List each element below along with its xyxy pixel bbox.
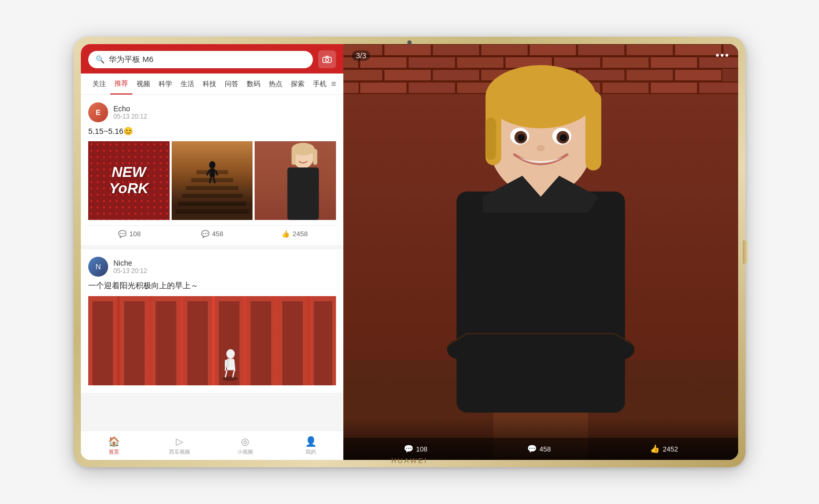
tablet-screen: 🔍 华为平板 M6 关注 推荐 视频 科学 生活 科技	[81, 44, 738, 460]
tablet-shell: HUAWEI 🔍 华为平板 M6 关注	[74, 37, 746, 467]
bottom-nav-home[interactable]: 🏠 首页	[81, 431, 146, 460]
user-row-2: N Niche 05-13 20:12	[88, 257, 336, 277]
nav-menu-icon[interactable]: ≡	[331, 79, 336, 89]
svg-rect-6	[186, 186, 238, 190]
stat-like-1[interactable]: 👍 2458	[254, 230, 336, 238]
home-label: 首页	[109, 448, 119, 456]
main-photo[interactable]	[343, 44, 738, 460]
svg-rect-36	[282, 301, 303, 385]
username-niche: Niche	[113, 259, 147, 267]
svg-rect-10	[209, 169, 215, 177]
viewer-like-count: 2452	[663, 445, 678, 453]
feed-post-2: N Niche 05-13 20:12 一个迎着阳光积极向上的早上～	[81, 249, 343, 393]
bottom-nav-xigua[interactable]: ▷ 西瓜视频	[146, 431, 212, 460]
svg-point-98	[560, 134, 567, 141]
svg-rect-73	[675, 69, 722, 81]
search-icon: 🔍	[96, 55, 104, 64]
tab-video[interactable]: 视频	[132, 74, 154, 94]
svg-rect-32	[219, 301, 239, 385]
svg-rect-19	[292, 149, 296, 165]
viewer-more-icon[interactable]: •••	[716, 49, 730, 61]
user-info-niche: Niche 05-13 20:12	[113, 259, 147, 275]
viewer-stat-comment[interactable]: 💬 108	[404, 444, 428, 454]
search-bar: 🔍 华为平板 M6	[81, 44, 343, 74]
feed-post-1: E Echo 05-13 20:12 5.15~5.16😊	[81, 95, 343, 245]
svg-rect-80	[602, 82, 649, 93]
search-input-wrap[interactable]: 🔍 华为平板 M6	[88, 51, 313, 68]
svg-rect-7	[191, 178, 233, 182]
svg-rect-5	[182, 194, 243, 198]
viewer-stat-reply[interactable]: 💬 458	[527, 444, 551, 454]
post-caption-1: 5.15~5.16😊	[88, 127, 336, 136]
svg-rect-85	[457, 192, 625, 413]
stat-reply-1[interactable]: 💬 458	[171, 230, 253, 238]
profile-label: 我的	[306, 448, 316, 456]
svg-rect-74	[343, 82, 359, 93]
bottom-nav-short[interactable]: ◎ 小视频	[212, 431, 278, 460]
avatar-niche-inner: N	[88, 257, 108, 277]
svg-rect-68	[432, 69, 479, 81]
image-grid-1: NEW YoRK	[88, 141, 336, 220]
grid-img-nyc[interactable]: NEW YoRK	[88, 141, 170, 220]
svg-rect-28	[156, 301, 176, 385]
viewer-comment-icon: 💬	[404, 444, 414, 454]
home-icon: 🏠	[108, 436, 120, 447]
tab-life[interactable]: 生活	[176, 74, 198, 94]
nyc-sign: NEW YoRK	[88, 141, 170, 220]
camera-publish-button[interactable]	[318, 50, 336, 68]
bottom-nav: 🏠 首页 ▷ 西瓜视频 ◎ 小视频 👤 我的	[81, 430, 343, 460]
svg-point-97	[518, 134, 525, 141]
avatar-niche[interactable]: N	[88, 257, 108, 277]
svg-point-9	[209, 161, 215, 169]
viewer-reply-count: 458	[540, 445, 551, 453]
grid-img-stairway[interactable]	[172, 141, 253, 220]
svg-rect-24	[92, 301, 113, 385]
tab-qa[interactable]: 问答	[220, 74, 243, 94]
wide-photo[interactable]	[88, 296, 336, 385]
tab-recommend[interactable]: 推荐	[110, 74, 132, 94]
tab-explore[interactable]: 探索	[287, 74, 309, 94]
viewer-reply-icon: 💬	[527, 444, 537, 454]
svg-point-92	[488, 73, 594, 110]
svg-rect-81	[650, 82, 698, 93]
reply-icon-1: 💬	[201, 230, 209, 238]
short-video-label: 小视频	[237, 448, 253, 456]
svg-rect-67	[384, 69, 431, 81]
svg-rect-38	[314, 301, 332, 385]
tab-follow[interactable]: 关注	[88, 74, 110, 94]
user-row-1: E Echo 05-13 20:12	[88, 102, 336, 122]
svg-rect-91	[486, 118, 496, 160]
svg-rect-3	[175, 209, 249, 214]
tab-digital[interactable]: 数码	[243, 74, 265, 94]
xigua-icon: ▷	[176, 436, 183, 447]
viewer-like-icon: 👍	[650, 444, 660, 454]
nyc-line2: YoRK	[109, 181, 149, 197]
viewer-stat-like[interactable]: 👍 2452	[650, 444, 678, 454]
username-echo: Echo	[113, 104, 147, 113]
tab-hot[interactable]: 热点	[265, 74, 287, 94]
tab-phone[interactable]: 手机	[309, 74, 331, 94]
brand-label: HUAWEI	[391, 457, 428, 465]
svg-point-46	[222, 376, 238, 381]
power-button[interactable]	[743, 240, 748, 264]
post-time-1: 05-13 20:12	[113, 113, 147, 120]
avatar-echo[interactable]: E	[88, 102, 108, 122]
profile-icon: 👤	[305, 436, 317, 447]
svg-rect-72	[626, 69, 673, 81]
svg-point-1	[326, 58, 329, 61]
like-count-1: 2458	[292, 230, 308, 238]
feed-content: E Echo 05-13 20:12 5.15~5.16😊	[81, 95, 343, 430]
tab-science[interactable]: 科学	[154, 74, 176, 94]
viewer-header: 3/3 •••	[343, 44, 738, 67]
reply-count-1: 458	[212, 230, 224, 238]
comment-count-1: 108	[129, 230, 141, 238]
grid-img-portrait-small[interactable]	[255, 141, 336, 220]
svg-rect-21	[288, 167, 319, 220]
nav-tabs: 关注 推荐 视频 科学 生活 科技 问答 数码 热点 探索 手机 ≡	[81, 74, 343, 95]
post-caption-2: 一个迎着阳光积极向上的早上～	[88, 281, 336, 291]
tab-tech[interactable]: 科技	[198, 74, 220, 94]
svg-rect-66	[343, 69, 383, 81]
xigua-label: 西瓜视频	[169, 448, 190, 456]
bottom-nav-profile[interactable]: 👤 我的	[278, 431, 343, 460]
stat-comment-1[interactable]: 💬 108	[88, 230, 171, 238]
